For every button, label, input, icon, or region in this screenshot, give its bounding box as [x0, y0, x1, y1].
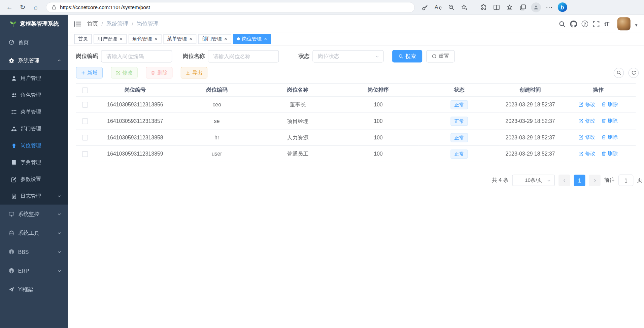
bing-icon: b: [557, 2, 567, 12]
browser-profile-button[interactable]: [530, 1, 542, 13]
browser-refresh-button[interactable]: ↻: [16, 1, 29, 13]
sidebar-item-system-management[interactable]: 系统管理: [0, 52, 68, 70]
table-row[interactable]: 1641030593112313858 hr 人力资源 100 正常 2023-…: [76, 129, 636, 146]
row-edit-button[interactable]: 修改: [578, 134, 595, 141]
help-button[interactable]: ?: [582, 21, 588, 27]
favorites-bar-button[interactable]: [504, 1, 516, 13]
zoom-out-icon: [448, 4, 455, 11]
add-button[interactable]: 新增: [76, 67, 103, 78]
delete-button[interactable]: 删除: [146, 67, 172, 78]
reset-button[interactable]: 重置: [426, 50, 454, 63]
font-size-button[interactable]: tT: [604, 21, 609, 27]
next-page-button[interactable]: [589, 175, 601, 186]
row-edit-button[interactable]: 修改: [578, 150, 595, 157]
sidebar-item-department-management[interactable]: 部门管理: [0, 120, 68, 137]
show-search-button[interactable]: [614, 68, 624, 78]
table-row[interactable]: 1641030593112313859 user 普通员工 100 正常 202…: [76, 146, 636, 162]
sidebar-item-erp[interactable]: ERP: [0, 261, 68, 280]
bing-sidebar-button[interactable]: b: [556, 1, 569, 13]
chevron-up-icon: [57, 58, 62, 63]
post-name-input[interactable]: [208, 50, 279, 63]
sidebar-item-post-management[interactable]: 岗位管理: [0, 137, 68, 154]
close-icon[interactable]: [154, 37, 158, 41]
row-delete-button[interactable]: 删除: [601, 118, 618, 125]
page-number-current[interactable]: 1: [574, 175, 585, 186]
sidebar-item-user-management[interactable]: 用户管理: [0, 70, 68, 87]
sidebar-item-bbs[interactable]: BBS: [0, 242, 68, 261]
avatar-caret-icon[interactable]: ▾: [635, 23, 638, 28]
extensions-button[interactable]: [477, 1, 490, 13]
split-screen-button[interactable]: [490, 1, 503, 13]
tab-role-management[interactable]: 角色管理: [129, 34, 162, 44]
tab-department-management[interactable]: 部门管理: [198, 34, 231, 44]
sidebar-item-role-management[interactable]: 角色管理: [0, 87, 68, 103]
app-logo[interactable]: 意框架管理系统: [0, 15, 68, 33]
select-all-checkbox[interactable]: [82, 88, 88, 93]
search-button[interactable]: 搜索: [392, 50, 422, 63]
posts-table: 岗位编号 岗位编码 岗位名称 岗位排序 状态 创建时间 操作 16410305: [68, 81, 644, 162]
total-count: 共 4 条: [492, 177, 508, 184]
goto-page-input[interactable]: [618, 175, 633, 186]
read-aloud-button[interactable]: A: [432, 1, 444, 13]
close-icon[interactable]: [119, 37, 123, 41]
row-checkbox[interactable]: [82, 135, 88, 141]
sidebar-item-system-monitoring[interactable]: 系统监控: [0, 205, 68, 224]
status-select[interactable]: 岗位状态: [312, 50, 383, 63]
export-button[interactable]: 导出: [181, 67, 207, 78]
sidebar-item-yi-framework[interactable]: Yi框架: [0, 280, 68, 299]
tab-home[interactable]: 首页: [74, 34, 92, 44]
header-search-button[interactable]: [559, 20, 566, 27]
badge-icon: [11, 143, 17, 149]
tab-menu-management[interactable]: 菜单管理: [164, 34, 197, 44]
add-favorite-button[interactable]: [459, 1, 471, 13]
prev-page-button[interactable]: [558, 175, 570, 186]
breadcrumb-system: 系统管理: [106, 20, 129, 28]
table-row[interactable]: 1641030593112313857 se 项目经理 100 正常 2023-…: [76, 113, 636, 129]
sidebar-item-home[interactable]: 首页: [0, 33, 68, 52]
sidebar-menu: 首页 系统管理 用户管理 角色管理: [0, 33, 68, 299]
row-delete-button[interactable]: 删除: [601, 101, 618, 108]
row-delete-button[interactable]: 删除: [601, 134, 618, 141]
sidebar-item-dictionary-management[interactable]: 字典管理: [0, 154, 68, 171]
passwords-button[interactable]: [419, 1, 431, 13]
sidebar-item-log-management[interactable]: 日志管理: [0, 188, 68, 205]
row-checkbox[interactable]: [82, 119, 88, 124]
close-icon[interactable]: [189, 37, 193, 41]
sidebar-collapse-button[interactable]: [74, 21, 81, 27]
fullscreen-button[interactable]: [593, 20, 600, 27]
row-checkbox[interactable]: [82, 151, 88, 157]
tab-user-management[interactable]: 用户管理: [94, 34, 127, 44]
close-icon[interactable]: [264, 37, 267, 41]
sidebar-item-menu-management[interactable]: 菜单管理: [0, 103, 68, 120]
github-icon[interactable]: [570, 20, 577, 27]
close-icon[interactable]: [224, 37, 228, 41]
split-screen-icon: [493, 4, 500, 11]
row-edit-button[interactable]: 修改: [578, 118, 595, 125]
browser-menu-button[interactable]: ⋯: [543, 1, 555, 13]
browser-chrome: ← ↻ ⌂ https://ccnetcore.com:1101/system/…: [0, 0, 644, 15]
sidebar-item-system-tools[interactable]: 系统工具: [0, 224, 68, 242]
collections-button[interactable]: [517, 1, 529, 13]
post-code-input[interactable]: [101, 50, 172, 63]
page-size-select[interactable]: 10条/页: [512, 175, 555, 186]
breadcrumb-home[interactable]: 首页: [87, 20, 98, 28]
top-navbar: 首页 / 系统管理 / 岗位管理 ? tT ▾: [68, 15, 644, 33]
table-row[interactable]: 1641030593112313856 ceo 董事长 100 正常 2023-…: [76, 96, 636, 113]
row-checkbox[interactable]: [82, 102, 88, 108]
edit-button[interactable]: 修改: [111, 67, 137, 78]
active-dot: [237, 37, 240, 40]
trash-icon: [601, 119, 606, 124]
sidebar-item-parameter-settings[interactable]: 参数设置: [0, 171, 68, 188]
chevron-down-icon: [57, 212, 62, 216]
zoom-button[interactable]: [445, 1, 458, 13]
paper-plane-icon: [9, 287, 14, 293]
tab-post-management[interactable]: 岗位管理: [233, 34, 271, 44]
row-delete-button[interactable]: 删除: [601, 150, 618, 157]
document-icon: [11, 193, 17, 199]
refresh-table-button[interactable]: [629, 68, 639, 78]
row-edit-button[interactable]: 修改: [578, 101, 595, 108]
browser-back-button[interactable]: ←: [3, 1, 16, 13]
address-bar[interactable]: https://ccnetcore.com:1101/system/post: [46, 2, 415, 12]
browser-home-button[interactable]: ⌂: [30, 1, 42, 13]
user-avatar[interactable]: [617, 17, 631, 30]
